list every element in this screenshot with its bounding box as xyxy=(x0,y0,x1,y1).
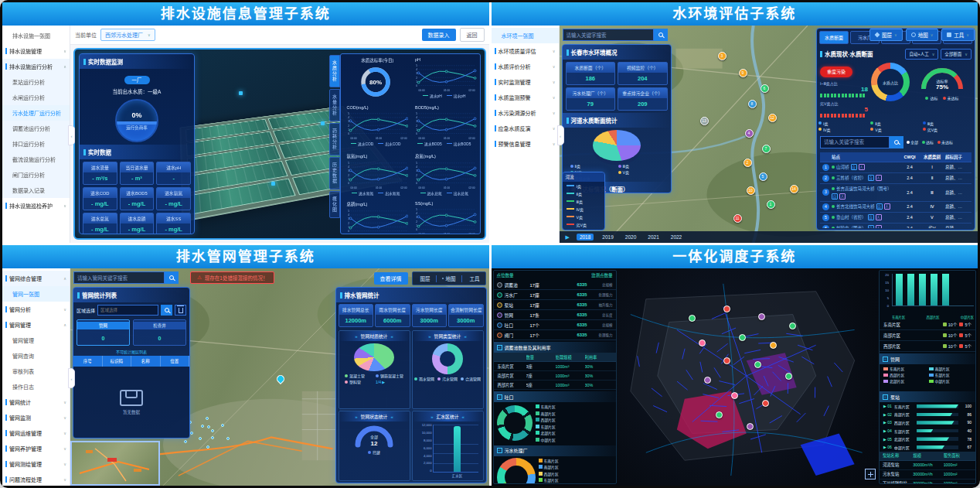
region-row[interactable]: 西部片区10个5个 xyxy=(880,341,975,352)
bl-satellite-map[interactable]: ⚠ 现存在1处错接混接的情况！ 查看详情 图层地图工具 管网统计列表 区域选择 xyxy=(70,268,489,486)
pump-rank-row[interactable]: ▶ 01东南片区100 xyxy=(880,402,975,411)
facility-row[interactable]: 吐口17个6335总规模 xyxy=(494,320,616,330)
pump-table-row[interactable]: 污水泵站30000m³/h1000m² xyxy=(880,470,975,479)
sidebar-item[interactable]: 闸门运行分析 xyxy=(2,167,70,183)
map-button-工具[interactable]: 工具 xyxy=(462,272,485,285)
legend-pager[interactable]: 1/4 ▶ xyxy=(376,379,403,384)
sidebar-item[interactable]: 排水设施一张图 xyxy=(2,28,70,43)
list-col-位置[interactable]: 位置 xyxy=(161,356,190,367)
map-marker[interactable]: 14 xyxy=(790,185,798,193)
bl-search-input[interactable] xyxy=(73,271,165,284)
pump-rank-row[interactable]: ▶ 03西部片区90 xyxy=(880,418,975,427)
map-marker[interactable] xyxy=(723,357,730,364)
year-2022[interactable]: 2022 xyxy=(668,234,685,241)
plant-pill[interactable]: 一厂 xyxy=(124,76,150,84)
arrow-right-icon[interactable]: « xyxy=(464,334,466,339)
layer-list-link[interactable]: 不可统计图层列表 xyxy=(73,347,189,356)
collapse-toggle-icon[interactable]: − xyxy=(497,394,502,400)
sidebar-collapse-handle[interactable]: ‹ xyxy=(557,125,564,145)
count-tab-管网[interactable]: 管网0 xyxy=(77,319,130,346)
scene-marker-icon[interactable] xyxy=(271,182,275,186)
sidebar-group[interactable]: 预警信息管理∨ xyxy=(492,136,559,152)
arrow-left-icon[interactable]: » xyxy=(428,334,430,339)
sidebar-group[interactable]: 排水设施运行分析∧ xyxy=(2,59,70,74)
scene-marker-icon[interactable] xyxy=(321,121,325,125)
sidebar-item[interactable]: 审核列表 xyxy=(2,363,70,379)
sidebar-collapse-handle[interactable]: ‹ xyxy=(68,368,75,388)
sidebar-group[interactable]: 管网监测∨ xyxy=(2,410,70,425)
sidebar-item[interactable]: 管网管理 xyxy=(2,333,70,348)
map-marker[interactable]: 6 xyxy=(761,84,769,93)
station-search-input[interactable] xyxy=(820,136,890,148)
sidebar-item[interactable]: 数据录入记录 xyxy=(2,183,70,198)
filter-达标[interactable]: 达标 xyxy=(922,139,934,145)
map-control-button[interactable] xyxy=(865,469,876,479)
count-tab-检查井[interactable]: 检查井0 xyxy=(133,319,186,346)
facility-row[interactable]: 管网17条6335总长度 xyxy=(494,310,616,320)
bl-search-button[interactable] xyxy=(165,271,179,284)
map-marker[interactable] xyxy=(704,377,711,384)
list-col-名称[interactable]: 名称 xyxy=(131,356,161,367)
map-marker[interactable] xyxy=(785,373,792,380)
sidebar-group[interactable]: 管网分析∨ xyxy=(2,302,70,317)
sidebar-item[interactable]: 污水处理厂运行分析 xyxy=(2,105,70,121)
map-marker[interactable]: 4 xyxy=(745,129,754,138)
map-marker[interactable]: 2 xyxy=(744,159,752,167)
tab-水量分析[interactable]: 水量分析 xyxy=(329,89,340,121)
map-marker[interactable] xyxy=(723,305,730,312)
facility-row[interactable]: 调蓄池17座6335总规模 xyxy=(494,280,616,290)
pump-rank-row[interactable]: ▶ 05北部片区78 xyxy=(880,435,975,443)
arrow-right-icon[interactable]: « xyxy=(390,415,393,419)
pump-table-row[interactable]: 下凹桥隧泵站30000m³/h1000m² xyxy=(880,479,975,484)
tr-search-input[interactable] xyxy=(563,29,654,41)
view-detail-button[interactable]: 查看详情 xyxy=(374,272,408,285)
year-2018[interactable]: 2018 xyxy=(577,234,594,241)
year-2020[interactable]: 2020 xyxy=(622,234,639,241)
tr-satellite-map[interactable]: 图层∨地图∨工具∨ 3968124725101111314 长春市水环境概况 水… xyxy=(560,26,978,243)
map-marker[interactable] xyxy=(739,334,746,341)
year-2021[interactable]: 2021 xyxy=(645,234,662,241)
sidebar-group[interactable]: 水环境质量评估∨ xyxy=(492,43,559,59)
list-col-序号[interactable]: 序号 xyxy=(73,356,103,367)
map-marker[interactable] xyxy=(716,411,723,418)
reservoir-row[interactable]: 南部片区7座1000m³30% xyxy=(494,371,616,381)
table-row[interactable]: 2三姓桥（省控）自人2.4Ⅱ总磷、… xyxy=(820,173,971,184)
arrow-right-icon[interactable]: « xyxy=(462,415,464,419)
pump-rank-row[interactable]: ▶ 06中部片区67 xyxy=(880,443,975,452)
sidebar-group[interactable]: 管网测绘管理∨ xyxy=(2,456,70,472)
sidebar-collapse-handle[interactable]: ‹ xyxy=(68,125,75,145)
unit-select[interactable]: 西郊污水处理厂 ∨ xyxy=(100,29,155,41)
region-search-button[interactable] xyxy=(161,305,172,316)
collapse-toggle-icon[interactable]: − xyxy=(497,448,502,453)
sidebar-group[interactable]: 应急水质反演∨ xyxy=(492,121,559,136)
monitor-type-select[interactable]: 自动+人工∨ xyxy=(905,49,938,60)
sidebar-group[interactable]: 排水设施管理∨ xyxy=(2,43,70,59)
map-marker[interactable] xyxy=(770,342,777,349)
sidebar-group[interactable]: 管网综合管理∧ xyxy=(2,271,70,286)
map-marker[interactable] xyxy=(699,340,706,346)
region-row[interactable]: 东南片区10个5个 xyxy=(880,319,975,330)
map-marker[interactable]: 5 xyxy=(759,172,767,181)
map-button-图层[interactable]: 图层 xyxy=(413,272,436,285)
year-2019[interactable]: 2019 xyxy=(599,234,616,241)
br-city-map[interactable]: 点位数量 监测点数量 调蓄池17座6335总规模污水厂17座6335处理能力泵站… xyxy=(492,268,978,486)
map-marker[interactable] xyxy=(762,400,769,407)
arrow-left-icon[interactable]: » xyxy=(430,415,433,419)
sidebar-item[interactable]: 水闸运行分析 xyxy=(2,90,70,105)
sidebar-group[interactable]: 管网运维管理∨ xyxy=(2,425,70,441)
map-marker[interactable]: 10 xyxy=(747,186,755,195)
map-marker[interactable]: 1 xyxy=(767,200,775,209)
pump-table-row[interactable]: 河道泵站30000m³/h1000m² xyxy=(880,461,975,470)
list-col-标识码[interactable]: 标识码 xyxy=(103,356,132,367)
map-marker[interactable]: 8 xyxy=(748,100,757,108)
map-marker[interactable]: 3 xyxy=(718,52,726,60)
facility-row[interactable]: 阀门17个6335处理能力 xyxy=(494,330,616,340)
sidebar-item[interactable]: 排口运行分析 xyxy=(2,136,70,152)
filter-全部[interactable]: 全部 xyxy=(907,139,918,145)
tab-概化图[interactable]: 概化图 xyxy=(329,191,340,218)
table-row[interactable]: 4长吉北线饮马河大桥自人2.4Ⅳ总磷、… xyxy=(820,202,971,213)
sidebar-group[interactable]: 水污染溯源分析∨ xyxy=(492,105,559,121)
sidebar-item[interactable]: 水环境一张图 xyxy=(492,28,559,43)
map-marker[interactable] xyxy=(754,361,761,368)
scene-marker-icon[interactable] xyxy=(239,91,243,95)
